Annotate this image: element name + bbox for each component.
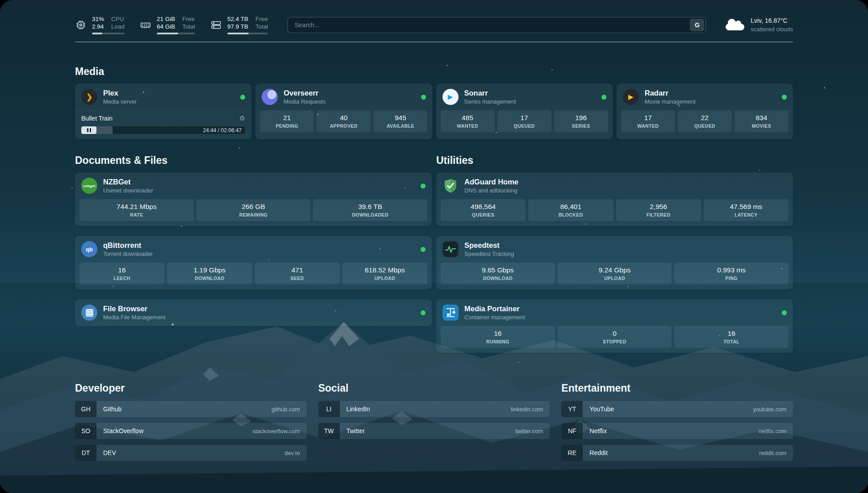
plex-icon: ❯ <box>81 89 97 105</box>
disk-readout: 52.4 TB 97.9 TB Free Total <box>227 15 268 34</box>
nzbget-link[interactable]: nzbget NZBGet Usenet downloader <box>75 172 432 199</box>
stat-downloaded: 39.6 TBDOWNLOADED <box>313 199 427 221</box>
overseerr-title: Overseerr <box>284 88 326 98</box>
filebrowser-title: File Browser <box>103 304 165 313</box>
bookmark-linkedin[interactable]: LI LinkedIn linkedin.com <box>318 401 550 417</box>
filebrowser-icon <box>81 305 97 321</box>
plex-link[interactable]: ❯ Plex Media server <box>75 84 251 110</box>
radarr-icon: ▶ <box>623 89 639 105</box>
now-playing-title: Bullet Train <box>81 115 113 122</box>
stat-approved: 40APPROVED <box>317 110 371 132</box>
stat-wanted: 17WANTED <box>621 110 675 132</box>
filebrowser-link[interactable]: File Browser Media File Management <box>75 299 432 326</box>
stat-remaining: 266 GBREMAINING <box>196 199 311 221</box>
disk-widget: 52.4 TB 97.9 TB Free Total <box>210 15 268 34</box>
bookmark-reddit[interactable]: RE Reddit reddit.com <box>561 445 793 461</box>
gear-icon[interactable]: ⚙ <box>239 114 245 122</box>
disk-total-value: 97.9 TB <box>227 23 248 30</box>
stat-total: 16TOTAL <box>674 326 789 348</box>
entertainment-heading: Entertainment <box>561 382 793 394</box>
overseerr-card: Overseerr Media Requests 21PENDING 40APP… <box>255 84 432 139</box>
sonarr-title: Sonarr <box>464 88 516 98</box>
adguard-stats: 498,564QUERIES 86,401BLOCKED 2,956FILTER… <box>436 199 793 226</box>
search-input[interactable] <box>288 17 706 33</box>
plex-status-dot <box>240 95 245 100</box>
plex-subtitle: Media server <box>103 98 137 105</box>
filebrowser-card: File Browser Media File Management <box>75 299 432 326</box>
linkedin-abbr: LI <box>318 401 340 417</box>
plex-now-playing: Bullet Train ⚙ 24:44 / 02:06:47 <box>75 110 251 139</box>
stat-wanted: 485WANTED <box>441 110 495 132</box>
nzbget-icon: nzbget <box>81 178 97 194</box>
overseerr-subtitle: Media Requests <box>284 98 326 105</box>
adguard-shield-icon <box>442 178 459 194</box>
speedtest-stats: 9.65 GbpsDOWNLOAD 9.24 GbpsUPLOAD 0.993 … <box>436 263 793 289</box>
adguard-subtitle: DNS and adblocking <box>464 187 518 194</box>
cpu-icon <box>75 19 87 31</box>
cpu-load-value: 2.94 <box>92 23 104 30</box>
utilities-column: Utilities <box>436 139 793 353</box>
entertainment-column: Entertainment YT YouTube youtube.com NF … <box>561 353 793 467</box>
reddit-abbr: RE <box>561 445 583 461</box>
speedtest-title: Speedtest <box>464 241 514 250</box>
adguard-link[interactable]: AdGuard Home DNS and adblocking <box>436 172 793 199</box>
stat-queued: 17QUEUED <box>497 110 551 132</box>
bookmark-netflix[interactable]: NF Netflix netflix.com <box>561 423 793 439</box>
sonarr-subtitle: Series management <box>464 98 516 105</box>
sonarr-card: ▶ Sonarr Series management 485WANTED 17Q… <box>436 84 613 139</box>
dashboard-content: 31% 2.94 CPU Load <box>0 0 868 493</box>
cpu-label-2: Load <box>111 23 125 30</box>
playback-time: 24:44 / 02:06:47 <box>203 126 242 134</box>
middle-columns: Documents & Files nzbget NZBGet Usenet d… <box>75 139 793 353</box>
cloud-icon <box>726 24 744 30</box>
sonarr-link[interactable]: ▶ Sonarr Series management <box>436 84 613 110</box>
youtube-abbr: YT <box>561 401 583 417</box>
memory-label-free: Free <box>182 15 195 23</box>
disk-free-value: 52.4 TB <box>227 15 248 23</box>
stackoverflow-abbr: SO <box>75 423 96 439</box>
stat-upload: 9.24 GbpsUPLOAD <box>558 263 672 284</box>
qbittorrent-status-dot <box>421 247 426 252</box>
header-divider <box>75 42 793 42</box>
search-provider-button[interactable]: G <box>690 19 704 31</box>
dev-abbr: DT <box>75 445 96 461</box>
stat-series: 196SERIES <box>554 110 608 132</box>
stat-blocked: 86,401BLOCKED <box>528 199 613 221</box>
disk-icon <box>210 19 222 31</box>
bookmark-twitter[interactable]: TW Twitter twitter.com <box>318 423 550 439</box>
search-bar: G <box>288 17 706 33</box>
portainer-stats: 16RUNNING 0STOPPED 16TOTAL <box>436 326 793 353</box>
stat-rate: 744.21 MbpsRATE <box>79 199 194 221</box>
social-column: Social LI LinkedIn linkedin.com TW Twitt… <box>318 353 550 467</box>
speedtest-card: Speedtest Speedtest Tracking 9.65 GbpsDO… <box>436 236 793 289</box>
nzbget-subtitle: Usenet downloader <box>103 187 153 194</box>
plex-title: Plex <box>103 88 137 98</box>
bookmark-github[interactable]: GH Github github.com <box>75 401 307 417</box>
disk-label-free: Free <box>255 15 268 23</box>
pause-button[interactable] <box>81 126 96 134</box>
qbittorrent-link[interactable]: qb qBittorrent Torrent downloader <box>75 236 432 263</box>
portainer-title: Media Portainer <box>464 304 525 313</box>
portainer-crane-icon <box>442 305 459 321</box>
playback-progress-bar[interactable]: 24:44 / 02:06:47 <box>81 126 245 134</box>
cpu-label-1: CPU <box>111 15 125 23</box>
bookmark-stackoverflow[interactable]: SO StackOverflow stackoverflow.com <box>75 423 307 439</box>
nzbget-status-dot <box>421 184 426 188</box>
radarr-link[interactable]: ▶ Radarr Movie management <box>617 84 793 110</box>
memory-widget: 21 GiB 64 GiB Free Total <box>140 15 195 34</box>
bookmark-dev[interactable]: DT DEV dev.to <box>75 445 307 461</box>
memory-icon <box>140 19 151 31</box>
weather-location: Lviv, 16.87°C <box>751 17 793 25</box>
overseerr-stats: 21PENDING 40APPROVED 945AVAILABLE <box>255 110 432 137</box>
overseerr-status-dot <box>421 95 426 100</box>
radarr-card: ▶ Radarr Movie management 17WANTED 22QUE… <box>617 84 793 139</box>
portainer-link[interactable]: Media Portainer Container management <box>436 299 793 326</box>
portainer-subtitle: Container management <box>464 313 525 321</box>
media-section-heading: Media <box>75 66 793 78</box>
overseerr-link[interactable]: Overseerr Media Requests <box>255 84 432 110</box>
utilities-section-heading: Utilities <box>436 155 793 167</box>
documents-section-heading: Documents & Files <box>75 155 432 167</box>
media-cards: ❯ Plex Media server Bullet Train ⚙ <box>75 84 793 139</box>
bookmark-youtube[interactable]: YT YouTube youtube.com <box>561 401 793 417</box>
speedtest-link[interactable]: Speedtest Speedtest Tracking <box>436 236 793 263</box>
